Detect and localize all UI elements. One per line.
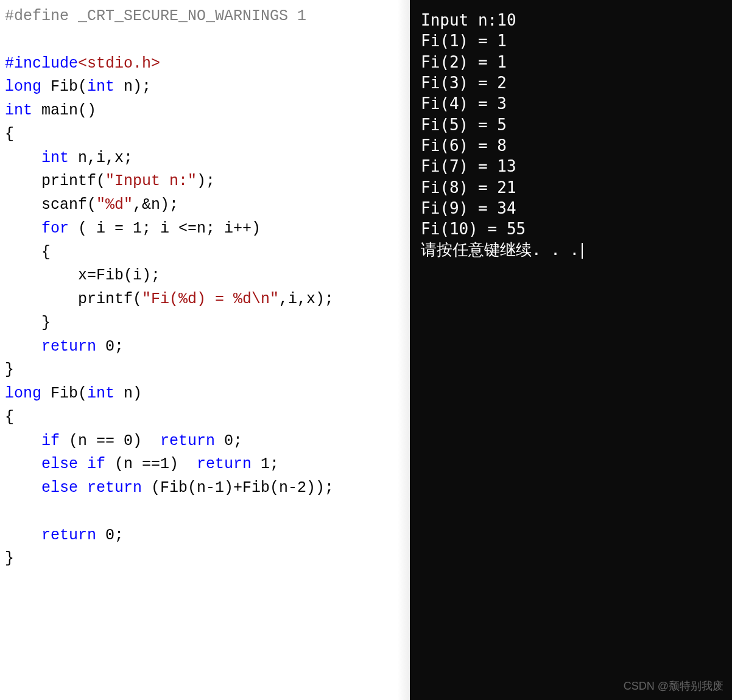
terminal-line: Input n:10 bbox=[421, 10, 721, 30]
indent bbox=[5, 432, 41, 450]
scanf-end: ,&n); bbox=[133, 196, 178, 214]
terminal-line: Fi(2) = 1 bbox=[421, 52, 721, 72]
rbrace: } bbox=[5, 361, 14, 379]
var-declarations: n,i,x; bbox=[69, 149, 133, 167]
assign-x: x=Fib(i); bbox=[5, 267, 160, 284]
space bbox=[78, 479, 87, 497]
fib-def-name: Fib( bbox=[41, 385, 87, 402]
return-value: 1; bbox=[252, 455, 279, 473]
printf-call: printf( bbox=[5, 172, 105, 190]
fib-def-param: n) bbox=[114, 385, 142, 402]
terminal-output-panel[interactable]: Input n:10Fi(1) = 1Fi(2) = 1Fi(3) = 2Fi(… bbox=[410, 0, 732, 700]
string-literal: "Input n:" bbox=[105, 172, 197, 190]
indent bbox=[5, 479, 41, 497]
elseif-condition: (n ==1) bbox=[105, 455, 197, 473]
indent bbox=[5, 338, 41, 355]
string-literal: "Fi(%d) = %d\n" bbox=[142, 290, 279, 308]
return-value: 0; bbox=[215, 432, 242, 450]
indent bbox=[5, 220, 41, 237]
printf-end: ,i,x); bbox=[279, 290, 334, 308]
return-keyword: return bbox=[41, 527, 96, 544]
terminal-line: Fi(7) = 13 bbox=[421, 156, 721, 177]
if-condition: (n == 0) bbox=[60, 432, 160, 450]
if-keyword: if bbox=[41, 432, 60, 450]
int-keyword: int bbox=[87, 385, 114, 402]
for-rbrace: } bbox=[5, 314, 51, 332]
if-keyword: if bbox=[87, 455, 105, 473]
return-zero: 0; bbox=[96, 338, 124, 355]
printf-end: ); bbox=[197, 172, 215, 190]
long-keyword: long bbox=[5, 385, 41, 402]
terminal-line: Fi(10) = 55 bbox=[421, 219, 721, 239]
return-zero: 0; bbox=[96, 527, 124, 544]
terminal-line: Fi(1) = 1 bbox=[421, 30, 721, 51]
return-keyword: return bbox=[87, 479, 142, 497]
long-keyword: long bbox=[5, 78, 41, 96]
terminal-line: Fi(6) = 8 bbox=[421, 135, 721, 156]
for-condition: ( i = 1; i <=n; i++) bbox=[69, 220, 261, 237]
lbrace: { bbox=[5, 408, 14, 426]
indent bbox=[5, 527, 41, 544]
scanf-call: scanf( bbox=[5, 196, 96, 214]
int-keyword: int bbox=[5, 102, 32, 119]
return-keyword: return bbox=[160, 432, 215, 450]
terminal-line: 请按任意键继续. . . bbox=[421, 239, 721, 260]
main-name: main() bbox=[32, 102, 96, 119]
terminal-line: Fi(8) = 21 bbox=[421, 177, 721, 198]
return-keyword: return bbox=[197, 455, 252, 473]
for-lbrace: { bbox=[5, 243, 51, 261]
for-keyword: for bbox=[41, 220, 69, 237]
code-editor-panel: #define _CRT_SECURE_NO_WARNINGS 1 #inclu… bbox=[0, 0, 410, 700]
define-value: _CRT_SECURE_NO_WARNINGS 1 bbox=[69, 7, 306, 25]
return-recursive: (Fib(n-1)+Fib(n-2)); bbox=[142, 479, 334, 497]
terminal-line: Fi(4) = 3 bbox=[421, 93, 721, 114]
indent bbox=[5, 149, 41, 167]
terminal-line: Fi(3) = 2 bbox=[421, 72, 721, 93]
fib-decl-name: Fib( bbox=[41, 78, 87, 96]
else-keyword: else bbox=[41, 479, 78, 497]
define-directive: #define bbox=[5, 7, 69, 25]
lbrace: { bbox=[5, 125, 14, 143]
rbrace: } bbox=[5, 550, 14, 567]
int-keyword: int bbox=[87, 78, 114, 96]
space bbox=[78, 455, 87, 473]
indent bbox=[5, 455, 41, 473]
int-keyword: int bbox=[41, 149, 69, 167]
watermark-text: CSDN @颓特别我废 bbox=[624, 679, 723, 694]
cursor-icon bbox=[582, 243, 583, 259]
terminal-line: Fi(5) = 5 bbox=[421, 114, 721, 135]
string-literal: "%d" bbox=[96, 196, 133, 214]
else-keyword: else bbox=[41, 455, 78, 473]
include-path: <stdio.h> bbox=[78, 55, 160, 72]
printf-call: printf( bbox=[5, 290, 142, 308]
include-directive: #include bbox=[5, 55, 78, 72]
fib-decl-param: n); bbox=[114, 78, 151, 96]
terminal-line: Fi(9) = 34 bbox=[421, 198, 721, 219]
return-keyword: return bbox=[41, 338, 96, 355]
